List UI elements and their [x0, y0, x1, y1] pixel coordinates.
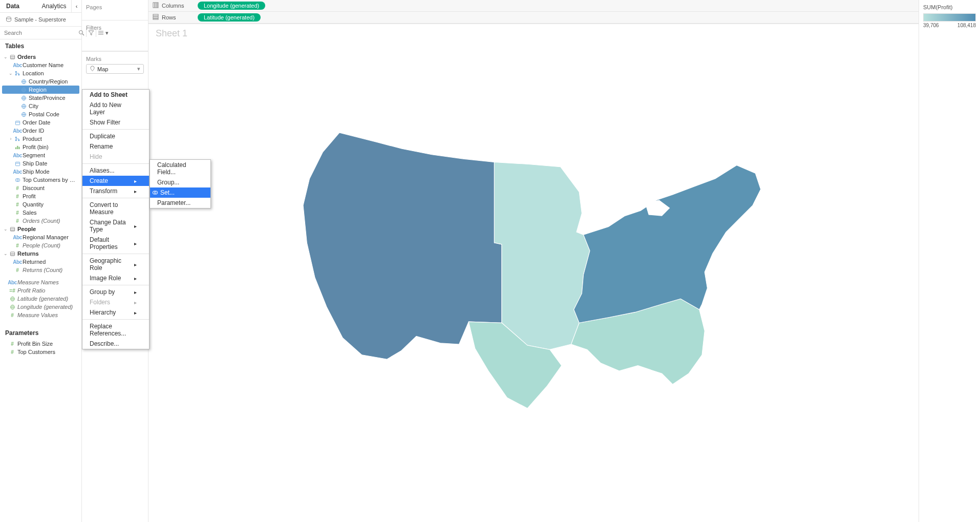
field-measure-values[interactable]: #Measure Values — [2, 311, 79, 319]
field-postal-code[interactable]: Postal Code — [2, 110, 79, 118]
field-country-region[interactable]: Country/Region — [2, 77, 79, 86]
legend-color-bar[interactable] — [923, 13, 976, 22]
number-icon: # — [8, 349, 16, 355]
menu-change-data-type[interactable]: Change Data Type▸ — [82, 217, 149, 235]
tab-analytics[interactable]: Analytics — [36, 0, 72, 12]
field-customer-name[interactable]: AbcCustomer Name — [2, 61, 79, 69]
table-orders[interactable]: ⌄Orders — [2, 53, 79, 61]
submenu-arrow-icon: ▸ — [134, 289, 137, 295]
globe-icon — [8, 296, 16, 302]
field-discount[interactable]: #Discount — [2, 184, 79, 192]
menu-image-role[interactable]: Image Role▸ — [82, 273, 149, 283]
marks-shelf-label: Marks — [86, 56, 101, 62]
submenu-group[interactable]: Group... — [150, 177, 210, 187]
rows-pill-latitude[interactable]: Latitude (generated) — [198, 13, 261, 22]
menu-replace-references[interactable]: Replace References... — [82, 321, 149, 339]
submenu-arrow-icon: ▸ — [134, 262, 137, 267]
globe-icon — [19, 112, 28, 117]
table-returns[interactable]: ⌄Returns — [2, 249, 79, 258]
menu-aliases[interactable]: Aliases... — [82, 165, 149, 176]
field-regional-manager[interactable]: AbcRegional Manager — [2, 233, 79, 241]
number-icon: # — [8, 312, 16, 318]
globe-icon — [19, 79, 28, 85]
param-profit-bin-size[interactable]: #Profit Bin Size — [2, 340, 79, 348]
hierarchy-icon — [13, 136, 22, 142]
rows-shelf-row: Rows Latitude (generated) — [148, 12, 919, 24]
svg-rect-34 — [153, 14, 158, 16]
viz-canvas[interactable]: Sheet 1 — [148, 24, 919, 522]
field-returns-count[interactable]: #Returns (Count) — [2, 266, 79, 274]
field-latitude-gen[interactable]: Latitude (generated) — [2, 295, 79, 303]
menu-add-to-sheet[interactable]: Add to Sheet — [82, 90, 149, 100]
menu-create[interactable]: Create▸ — [82, 176, 149, 186]
collapse-sidebar-button[interactable]: ‹ — [71, 0, 81, 12]
field-sales[interactable]: #Sales — [2, 208, 79, 217]
submenu-calculated-field[interactable]: Calculated Field... — [150, 160, 210, 177]
field-context-menu: Add to Sheet Add to New Layer Show Filte… — [82, 89, 150, 349]
string-icon: Abc — [13, 128, 22, 134]
param-top-customers[interactable]: #Top Customers — [2, 348, 79, 356]
menu-default-properties[interactable]: Default Properties▸ — [82, 235, 149, 252]
sheet-title[interactable]: Sheet 1 — [156, 28, 187, 39]
submenu-set[interactable]: Set... — [150, 187, 210, 198]
string-icon: Abc — [13, 235, 22, 240]
menu-hierarchy[interactable]: Hierarchy▸ — [82, 307, 149, 318]
region-central[interactable] — [494, 162, 590, 349]
field-segment[interactable]: AbcSegment — [2, 151, 79, 159]
menu-describe[interactable]: Describe... — [82, 339, 149, 349]
search-input[interactable] — [2, 28, 77, 37]
svg-rect-31 — [153, 3, 155, 8]
field-ship-date[interactable]: Ship Date — [2, 159, 79, 168]
field-quantity[interactable]: #Quantity — [2, 200, 79, 208]
submenu-parameter[interactable]: Parameter... — [150, 198, 210, 208]
number-icon: # — [13, 210, 22, 216]
string-icon: Abc — [13, 169, 22, 175]
menu-transform[interactable]: Transform▸ — [82, 186, 149, 196]
svg-point-19 — [7, 17, 11, 19]
number-icon: # — [13, 243, 22, 248]
field-state-province[interactable]: State/Province — [2, 94, 79, 102]
chevron-left-icon: ‹ — [76, 3, 78, 9]
globe-icon — [19, 95, 28, 101]
string-icon: Abc — [13, 62, 22, 68]
field-ship-mode[interactable]: AbcShip Mode — [2, 168, 79, 176]
menu-show-filter[interactable]: Show Filter — [82, 117, 149, 128]
field-product-hierarchy[interactable]: ›Product — [2, 135, 79, 143]
field-city[interactable]: City — [2, 102, 79, 110]
field-region[interactable]: Region — [2, 86, 79, 94]
submenu-arrow-icon: ▸ — [134, 241, 137, 246]
field-measure-names[interactable]: AbcMeasure Names — [2, 278, 79, 286]
menu-geographic-role[interactable]: Geographic Role▸ — [82, 256, 149, 273]
date-icon — [13, 120, 22, 126]
svg-rect-32 — [155, 3, 157, 8]
number-icon: # — [13, 185, 22, 191]
parameters-header: Parameters — [0, 326, 81, 340]
field-returned[interactable]: AbcReturned — [2, 258, 79, 266]
menu-duplicate[interactable]: Duplicate — [82, 131, 149, 141]
menu-hide: Hide — [82, 152, 149, 162]
field-longitude-gen[interactable]: Longitude (generated) — [2, 303, 79, 311]
menu-convert-to-measure[interactable]: Convert to Measure — [82, 200, 149, 217]
datasource-name: Sample - Superstore — [14, 16, 66, 23]
field-order-id[interactable]: AbcOrder ID — [2, 127, 79, 135]
filters-shelf[interactable]: Filters — [82, 20, 148, 51]
field-profit-ratio[interactable]: =#Profit Ratio — [2, 286, 79, 295]
field-profit-bin[interactable]: Profit (bin) — [2, 143, 79, 151]
table-people[interactable]: ⌄People — [2, 225, 79, 233]
datasource-row[interactable]: Sample - Superstore — [0, 13, 81, 27]
field-top-customers-set[interactable]: Top Customers by Profit — [2, 176, 79, 184]
pages-shelf[interactable]: Pages — [82, 0, 148, 20]
menu-add-to-new-layer[interactable]: Add to New Layer — [82, 100, 149, 117]
string-icon: Abc — [8, 280, 16, 285]
globe-icon — [8, 304, 16, 310]
field-orders-count[interactable]: #Orders (Count) — [2, 217, 79, 225]
field-people-count[interactable]: #People (Count) — [2, 241, 79, 249]
field-profit[interactable]: #Profit — [2, 192, 79, 200]
menu-group-by[interactable]: Group by▸ — [82, 287, 149, 297]
tab-data[interactable]: Data — [0, 0, 36, 12]
menu-rename[interactable]: Rename — [82, 141, 149, 152]
field-location-hierarchy[interactable]: ⌄Location — [2, 69, 79, 77]
mark-type-select[interactable]: Map ▾ — [86, 64, 144, 74]
columns-pill-longitude[interactable]: Longitude (generated) — [198, 2, 265, 10]
field-order-date[interactable]: Order Date — [2, 118, 79, 127]
